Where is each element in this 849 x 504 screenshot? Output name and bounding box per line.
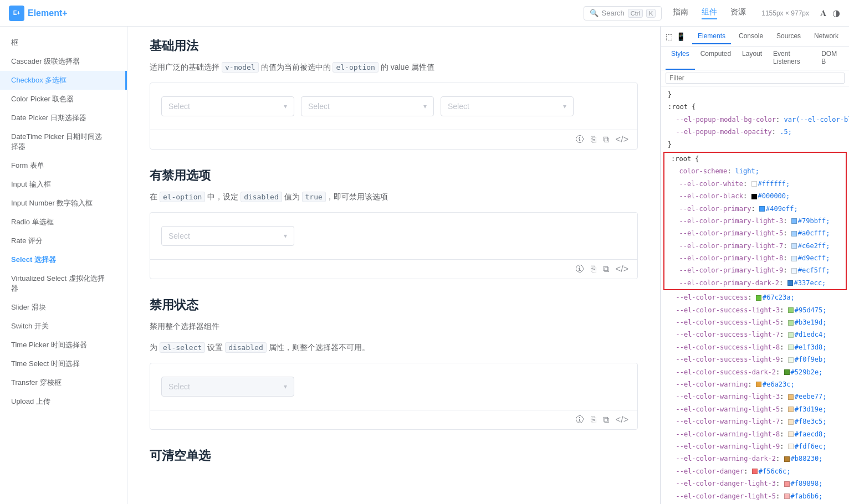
sidebar-item-inputnumber[interactable]: Input Number 数字输入框 bbox=[0, 194, 127, 213]
demo-action-delete-icon-3[interactable]: ⧉ bbox=[603, 415, 609, 425]
devtools-filter-input[interactable] bbox=[666, 73, 845, 84]
select-basic-2-placeholder: Select bbox=[308, 102, 423, 111]
kbd-ctrl: Ctrl bbox=[628, 9, 643, 18]
section-basic: 基础用法 适用广泛的基础选择 v-model 的值为当前被选中的 el-opti… bbox=[150, 38, 638, 150]
css-line-primary-l3: --el-color-primary-light-3: #79bbff; bbox=[664, 215, 846, 227]
topbar: E+ Element+ 🔍 Search Ctrl K 指南 组件 资源 115… bbox=[0, 0, 849, 27]
nav-resources[interactable]: 资源 bbox=[730, 7, 746, 19]
demo-action-copy-icon-3[interactable]: ⎘ bbox=[591, 415, 596, 425]
theme-icon[interactable]: ◑ bbox=[832, 8, 840, 18]
css-line: :root { bbox=[661, 101, 849, 113]
swatch-primary-l3 bbox=[791, 218, 797, 224]
sidebar-item-switch[interactable]: Switch 开关 bbox=[0, 317, 127, 336]
demo-action-debug-icon-2[interactable]: 🛈 bbox=[575, 264, 584, 274]
select-disabled-option-1[interactable]: Select ▾ bbox=[161, 226, 294, 246]
css-line: } bbox=[661, 89, 849, 101]
swatch-primary bbox=[759, 206, 765, 212]
select-basic-3-arrow: ▾ bbox=[563, 102, 566, 110]
sidebar-item-cascader[interactable]: Cascader 级联选择器 bbox=[0, 52, 127, 71]
demo-action-code-icon-3[interactable]: </> bbox=[616, 415, 628, 425]
devtools-subtab-domb[interactable]: DOM B bbox=[816, 47, 845, 70]
css-line-warning-l3: --el-color-warning-light-3: #eebe77; bbox=[661, 390, 849, 403]
demo-action-debug-icon[interactable]: 🛈 bbox=[575, 135, 584, 145]
devtools-tab-sources[interactable]: Sources bbox=[771, 29, 806, 44]
devtools-topbar: ⬚ 📱 Elements Console Sources Network bbox=[661, 27, 849, 47]
css-line-warning-d2: --el-color-warning-dark-2: #b88230; bbox=[661, 452, 849, 465]
swatch-warning-l9 bbox=[788, 444, 794, 449]
section-disabled-state-title: 禁用状态 bbox=[150, 297, 638, 313]
devtools-device-icon[interactable]: 📱 bbox=[676, 32, 686, 41]
devtools-tab-elements[interactable]: Elements bbox=[692, 29, 731, 44]
demo-action-delete-icon[interactable]: ⧉ bbox=[603, 135, 609, 145]
select-basic-2[interactable]: Select ▾ bbox=[301, 96, 434, 116]
search-bar[interactable]: 🔍 Search Ctrl K bbox=[584, 6, 662, 20]
css-line-primary-l7: --el-color-primary-light-7: #c6e2ff; bbox=[664, 240, 846, 252]
sidebar-item-form[interactable]: Form 表单 bbox=[0, 156, 127, 175]
devtools-subtab-computed[interactable]: Computed bbox=[695, 47, 737, 70]
demo-action-debug-icon-3[interactable]: 🛈 bbox=[575, 415, 584, 425]
css-line-black: --el-color-black: #000000; bbox=[664, 190, 846, 202]
devtools-tab-network[interactable]: Network bbox=[809, 29, 844, 44]
demo-action-code-icon[interactable]: </> bbox=[616, 135, 628, 145]
sidebar-item-datepicker[interactable]: Date Picker 日期选择器 bbox=[0, 109, 127, 127]
section-disabled-option: 有禁用选项 在 el-option 中，设定 disabled 值为 true，… bbox=[150, 167, 638, 279]
demo-action-code-icon-2[interactable]: </> bbox=[616, 264, 628, 274]
select-basic-1-arrow: ▾ bbox=[284, 102, 287, 110]
demo-content-disabled-state: Select ▾ bbox=[150, 363, 637, 410]
devtools-subtab-eventlisteners[interactable]: Event Listeners bbox=[768, 47, 816, 70]
top-nav: 指南 组件 资源 bbox=[673, 7, 746, 19]
sidebar-item-virtualizedselect[interactable]: Virtualized Select 虚拟化选择器 bbox=[0, 269, 127, 298]
sidebar-item-timepicker[interactable]: Time Picker 时间选择器 bbox=[0, 336, 127, 354]
sidebar-item-upload[interactable]: Upload 上传 bbox=[0, 392, 127, 411]
devtools-subtab-styles[interactable]: Styles bbox=[666, 47, 695, 70]
devtools-body: } :root { --el-popup-modal-bg-color: var… bbox=[661, 86, 849, 504]
swatch-primary-d2 bbox=[787, 280, 793, 286]
devtools-subtab-layout[interactable]: Layout bbox=[737, 47, 768, 70]
sidebar-item-input[interactable]: Input 输入框 bbox=[0, 175, 127, 194]
sidebar-item-rate[interactable]: Rate 评分 bbox=[0, 232, 127, 250]
search-icon: 🔍 bbox=[590, 9, 599, 17]
css-line: --el-popup-modal-opacity: .5; bbox=[661, 126, 849, 138]
sidebar-item-colorpicker[interactable]: Color Picker 取色器 bbox=[0, 90, 127, 109]
css-line-danger-l5: --el-color-danger-light-5: #fab6b6; bbox=[661, 490, 849, 502]
swatch-primary-l7 bbox=[791, 243, 797, 249]
sidebar-item-transfer[interactable]: Transfer 穿梭框 bbox=[0, 373, 127, 392]
demo-action-delete-icon-2[interactable]: ⧉ bbox=[603, 264, 609, 274]
sidebar-item-radio[interactable]: Radio 单选框 bbox=[0, 213, 127, 232]
nav-guide[interactable]: 指南 bbox=[673, 7, 688, 19]
devtools-tab-console[interactable]: Console bbox=[733, 29, 769, 44]
nav-components[interactable]: 组件 bbox=[702, 7, 717, 19]
select-basic-1[interactable]: Select ▾ bbox=[161, 96, 294, 116]
demo-actions-disabled-option: 🛈 ⎘ ⧉ </> bbox=[150, 259, 637, 279]
css-line-white: --el-color-white: #ffffff; bbox=[664, 178, 846, 190]
demo-action-copy-icon-2[interactable]: ⎘ bbox=[591, 264, 596, 274]
select-basic-1-placeholder: Select bbox=[168, 102, 284, 111]
demo-action-copy-icon[interactable]: ⎘ bbox=[591, 135, 596, 145]
sidebar-item-datetimepicker[interactable]: DateTime Picker 日期时间选择器 bbox=[0, 127, 127, 156]
css-line: --el-popup-modal-bg-color: var(--el-colo… bbox=[661, 114, 849, 126]
logo[interactable]: E+ Element+ bbox=[9, 6, 68, 21]
select-disabled-state-1: Select ▾ bbox=[161, 377, 294, 397]
swatch-white bbox=[751, 181, 757, 187]
css-line-primary: --el-color-primary: #409eff; bbox=[664, 203, 846, 215]
sidebar-item-timeselect[interactable]: Time Select 时间选择 bbox=[0, 354, 127, 373]
sidebar-item-slider[interactable]: Slider 滑块 bbox=[0, 298, 127, 317]
css-highlighted-block: :root { color-scheme: light; --el-color-… bbox=[663, 152, 847, 290]
css-line-danger: --el-color-danger: #f56c6c; bbox=[661, 465, 849, 477]
logo-icon: E+ bbox=[9, 6, 24, 21]
lang-icon[interactable]: 𝐀 bbox=[820, 8, 827, 18]
css-line-primary-l9: --el-color-primary-light-9: #ecf5ff; bbox=[664, 264, 846, 276]
sidebar-item-checkbox[interactable]: Checkbox 多选框 bbox=[0, 71, 127, 90]
css-line-success-d2: --el-color-success-dark-2: #529b2e; bbox=[661, 366, 849, 378]
css-line-root: :root { bbox=[664, 153, 846, 165]
swatch-success-d2 bbox=[784, 369, 790, 375]
topbar-icons: 𝐀 ◑ bbox=[820, 8, 840, 18]
sidebar-item-kuang[interactable]: 框 bbox=[0, 33, 127, 52]
sidebar: 框 Cascader 级联选择器 Checkbox 多选框 Color Pick… bbox=[0, 27, 127, 504]
css-line-warning: --el-color-warning: #e6a23c; bbox=[661, 378, 849, 390]
css-line-warning-l5: --el-color-warning-light-5: #f3d19e; bbox=[661, 403, 849, 415]
select-basic-3[interactable]: Select ▾ bbox=[441, 96, 574, 116]
css-line-primary-d2: --el-color-primary-dark-2: #337ecc; bbox=[664, 277, 846, 289]
sidebar-item-select[interactable]: Select 选择器 bbox=[0, 250, 127, 269]
devtools-inspect-icon[interactable]: ⬚ bbox=[666, 32, 673, 41]
